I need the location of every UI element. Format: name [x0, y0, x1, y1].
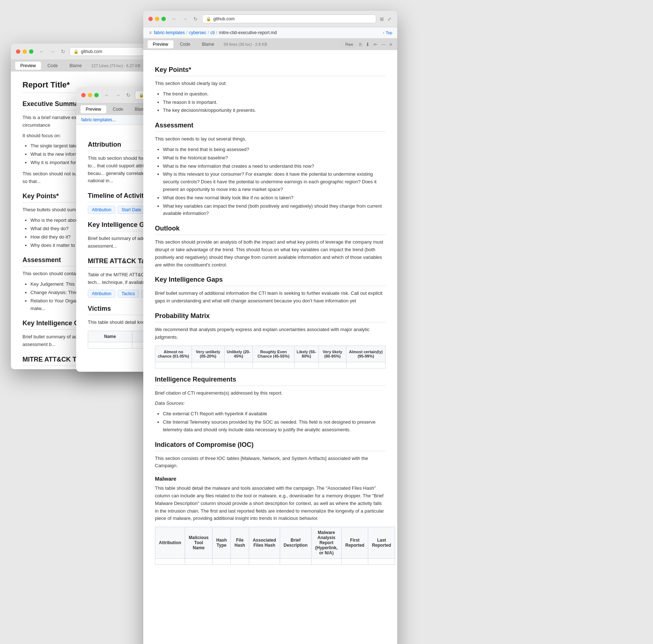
breadcrumb-sep-3: / [216, 30, 217, 35]
tag-attribution-2[interactable]: Attribution [88, 206, 115, 214]
file-info-1: 127 Lines (73 loc) · 6.27 KB [91, 64, 140, 68]
malware-col-analysis-report: Malware Analysis Report (Hyperlink, or N… [311, 527, 341, 559]
back-button-2[interactable]: ← [103, 91, 111, 99]
toolbar-1: ← → ↻ 🔒 github.com [11, 44, 149, 60]
list-icon[interactable]: ≡ [389, 41, 393, 48]
tag-start-date[interactable]: Start Date [118, 206, 145, 214]
tab-blame-3[interactable]: Blame [197, 40, 219, 48]
assess3-bullet-1: What is the trend that is being assessed… [163, 146, 386, 154]
close-button[interactable] [16, 49, 20, 54]
back-button[interactable]: ← [38, 48, 46, 55]
intel-gaps-para-3: Brief bullet summary of additional infor… [155, 290, 386, 305]
minimize-button-3[interactable] [155, 17, 159, 21]
data-sources-bullets: Cite external CTI Report with hyperlink … [155, 410, 386, 433]
kp3-bullet-3: The key decision/risk/opportunity it pre… [163, 107, 386, 114]
malware-col-brief-desc: Brief Description [280, 527, 311, 559]
malware-col-tool-name: Malicious Tool Name [185, 527, 213, 559]
prob-col-2: Very unlikely (05-20%) [192, 346, 225, 362]
raw-button[interactable]: Raw [342, 41, 356, 48]
reload-button[interactable]: ↻ [59, 48, 67, 55]
tab-code-2[interactable]: Code [108, 105, 128, 113]
key-points-intro-3: This section should clearly lay out: [155, 80, 386, 87]
assess3-bullet-6: What key variables can impact the trend … [163, 203, 386, 218]
prob-row [155, 362, 386, 368]
malware-col-hash-type: Hash Type [213, 527, 231, 559]
kp3-bullet-1: The trend in question. [163, 90, 386, 98]
kp3-bullet-2: The reason it is important. [163, 99, 386, 106]
close-button-2[interactable] [81, 93, 86, 97]
forward-button[interactable]: → [49, 48, 57, 55]
prob-col-1: Almost no chance (01-05%) [155, 346, 192, 362]
file-info-3: 59 lines (36 loc) · 2.8 KB [223, 42, 267, 46]
intel-req-para: Brief citation of CTI requirements(s) ad… [155, 390, 386, 397]
malware-heading: Malware [155, 476, 386, 482]
prob-col-4: Roughly Even Chance (45-55%) [253, 346, 295, 362]
breadcrumb-sep-1: / [186, 30, 187, 35]
close-button-3[interactable] [148, 17, 153, 21]
ds-bullet-1: Cite external CTI Report with hyperlink … [163, 410, 386, 418]
download-icon[interactable]: ⬇ [365, 41, 370, 48]
assessment-intro-3: This section needs to lay out several th… [155, 135, 386, 143]
breadcrumb-sep-2: / [208, 30, 209, 35]
malware-table: Attribution Malicious Tool Name Hash Typ… [155, 527, 395, 565]
tab-bar-3: Preview Code Blame 59 lines (36 loc) · 2… [143, 38, 397, 50]
lock-icon: 🔒 [74, 49, 79, 54]
minimize-button-2[interactable] [88, 93, 92, 97]
top-link[interactable]: ↑ Top [383, 30, 392, 35]
malware-table-row [155, 559, 395, 565]
content-area-3: Key Points* This section should clearly … [143, 50, 397, 644]
reload-button-2[interactable]: ↻ [125, 91, 132, 99]
tab-blame-1[interactable]: Blame [64, 62, 87, 70]
sidebar-toggle-icon[interactable]: ≡ [148, 29, 152, 36]
url-bar-3[interactable]: 🔒 github.com [202, 15, 376, 23]
more-options-icon[interactable]: ⋯ [380, 41, 386, 48]
tab-preview-1[interactable]: Preview [15, 62, 41, 70]
url-bar-1[interactable]: 🔒 github.com [70, 47, 144, 56]
forward-button-2[interactable]: → [114, 91, 122, 99]
breadcrumb-repo[interactable]: fabric-templates [154, 30, 185, 35]
fullscreen-icon[interactable]: ⤢ [387, 16, 392, 23]
intel-gaps-heading-3: Key Intelligence Gaps [155, 276, 386, 286]
key-points-heading-3: Key Points* [155, 66, 386, 76]
tag-attribution-3[interactable]: Attribution [88, 290, 115, 298]
browser-window-3: ← → ↻ 🔒 github.com ⊞ ⤢ ≡ fabric-template… [143, 11, 397, 644]
split-view-icon[interactable]: ⊞ [379, 16, 385, 23]
breadcrumb-link-2[interactable]: fabric-templates... [81, 117, 116, 122]
breadcrumb-file: mitre-ctid-executive-report.md [219, 30, 276, 35]
tag-tactics-2[interactable]: Tactics [118, 290, 139, 298]
maximize-button-2[interactable] [94, 93, 99, 97]
malware-col-file-hash: File Hash [231, 527, 249, 559]
victims-col-name: Name [88, 331, 132, 342]
key-points-bullets-3: The trend in question. The reason it is … [155, 90, 386, 114]
malware-col-attribution: Attribution [155, 527, 185, 559]
ioc-para: This section consists of three IOC table… [155, 455, 386, 470]
intel-req-heading: Intelligence Requirements [155, 376, 386, 386]
ds-bullet-2: Cite Internal Telemetry sources provided… [163, 419, 386, 434]
traffic-lights-2 [81, 93, 99, 97]
minimize-button[interactable] [22, 49, 27, 54]
copy-icon[interactable]: ⎘ [358, 41, 363, 48]
ioc-heading: Indicators of Compromise (IOC) [155, 441, 386, 451]
toolbar-3: ← → ↻ 🔒 github.com ⊞ ⤢ [143, 11, 397, 27]
malware-col-last-reported: Last Reported [368, 527, 395, 559]
prob-col-5: Likely (55-80%) [294, 346, 319, 362]
assessment-bullets-3: What is the trend that is being assessed… [155, 146, 386, 217]
edit-icon[interactable]: ✏ [373, 41, 378, 48]
traffic-lights-3 [148, 17, 166, 21]
tab-preview-2[interactable]: Preview [81, 105, 106, 113]
reload-button-3[interactable]: ↻ [192, 15, 199, 23]
back-button-3[interactable]: ← [170, 15, 178, 23]
breadcrumb-cti[interactable]: cti [210, 30, 215, 35]
maximize-button[interactable] [29, 49, 33, 54]
prob-matrix-intro: We recommend that analysts properly expr… [155, 326, 386, 341]
lock-icon-3: 🔒 [206, 17, 211, 21]
data-sources-label: Data Sources: [155, 400, 386, 407]
prob-col-3: Unlikely (20-45%) [224, 346, 252, 362]
tab-code-3[interactable]: Code [175, 40, 196, 48]
tab-preview-3[interactable]: Preview [148, 40, 173, 48]
forward-button-3[interactable]: → [181, 15, 189, 23]
maximize-button-3[interactable] [161, 17, 166, 21]
prob-col-6: Very likely (80-95%) [319, 346, 346, 362]
breadcrumb-cybersec[interactable]: cybersec [189, 30, 206, 35]
tab-code-1[interactable]: Code [42, 62, 63, 70]
